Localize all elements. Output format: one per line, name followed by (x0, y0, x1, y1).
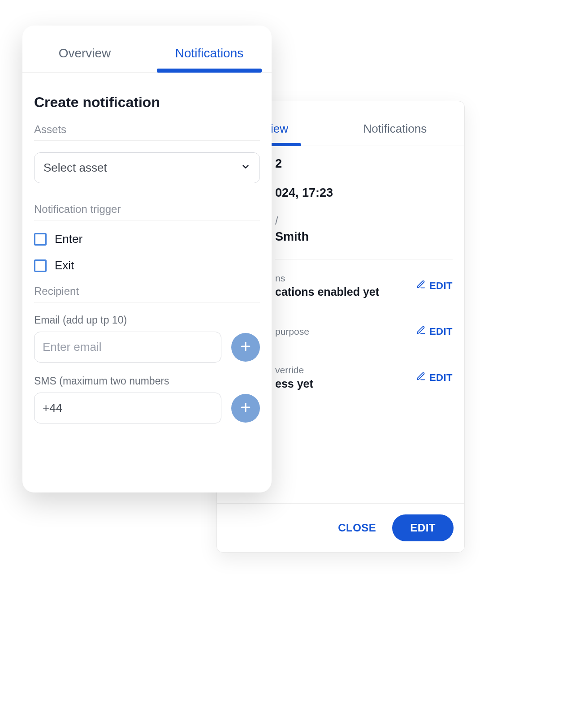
email-field-label: Email (add up tp 10) (34, 314, 260, 326)
pencil-icon (416, 371, 426, 384)
checkbox-enter-label: Enter (55, 232, 82, 246)
add-email-button[interactable] (231, 333, 260, 362)
tab-notifications[interactable]: Notifications (147, 36, 272, 72)
pencil-icon (416, 325, 426, 338)
assets-section-label: Assets (34, 123, 260, 136)
overview-item-label: purpose (275, 326, 411, 337)
overview-row-value: 024, 17:23 (275, 186, 453, 200)
close-button[interactable]: CLOSE (338, 514, 376, 541)
plus-icon (239, 401, 252, 416)
plus-icon (239, 340, 252, 355)
edit-link-label: EDIT (429, 326, 453, 337)
recipient-section-label: Recipient (34, 285, 260, 298)
checkbox-exit[interactable] (34, 259, 47, 272)
create-notification-form: Create notification Assets Select asset … (22, 73, 272, 423)
sms-input-row (34, 393, 260, 423)
pencil-icon (416, 280, 426, 292)
overview-item-value: ess yet (275, 377, 411, 390)
overview-row-label: / (275, 215, 453, 227)
chevron-down-icon (241, 161, 251, 175)
checkbox-enter[interactable] (34, 233, 47, 246)
divider (34, 302, 260, 302)
tab-notifications-back-label: Notifications (363, 122, 427, 135)
overview-item-label: ns (275, 273, 411, 284)
trigger-enter-row[interactable]: Enter (34, 232, 260, 246)
overview-row: / Smith (275, 215, 453, 244)
edit-link-label: EDIT (429, 280, 453, 292)
overview-item-label: verride (275, 365, 411, 376)
overview-row-value: 2 (275, 157, 453, 171)
edit-link[interactable]: EDIT (416, 371, 453, 384)
overview-item-value: cations enabled yet (275, 285, 411, 298)
tab-overview-label: Overview (59, 46, 111, 60)
edit-link-label: EDIT (429, 372, 453, 384)
edit-link[interactable]: EDIT (416, 280, 453, 292)
asset-select[interactable]: Select asset (34, 152, 260, 183)
divider (275, 259, 453, 259)
edit-link[interactable]: EDIT (416, 325, 453, 338)
overview-row-value: Smith (275, 230, 453, 244)
sms-input[interactable] (34, 393, 221, 423)
page-title: Create notification (34, 94, 260, 111)
sms-field-label: SMS (maximum two numbers (34, 375, 260, 387)
tab-notifications-back[interactable]: Notifications (351, 113, 440, 146)
front-tabs: Overview Notifications (22, 26, 272, 73)
overview-footer: CLOSE EDIT (217, 503, 464, 552)
overview-row: 024, 17:23 (275, 186, 453, 200)
tab-notifications-label: Notifications (175, 46, 244, 60)
divider (34, 220, 260, 220)
tab-overview[interactable]: Overview (22, 36, 147, 72)
overview-item: ns cations enabled yet EDIT (275, 273, 453, 298)
edit-button[interactable]: EDIT (392, 514, 454, 541)
overview-item: verride ess yet EDIT (275, 365, 453, 390)
overview-row: 2 (275, 157, 453, 171)
add-sms-button[interactable] (231, 394, 260, 423)
trigger-exit-row[interactable]: Exit (34, 259, 260, 272)
overview-item: purpose EDIT (275, 325, 453, 338)
divider (34, 140, 260, 141)
email-input-row (34, 332, 260, 363)
trigger-section-label: Notification trigger (34, 203, 260, 216)
asset-select-placeholder: Select asset (43, 161, 107, 175)
create-notification-panel: Overview Notifications Create notificati… (22, 26, 272, 492)
checkbox-exit-label: Exit (55, 259, 74, 272)
email-input[interactable] (34, 332, 221, 363)
